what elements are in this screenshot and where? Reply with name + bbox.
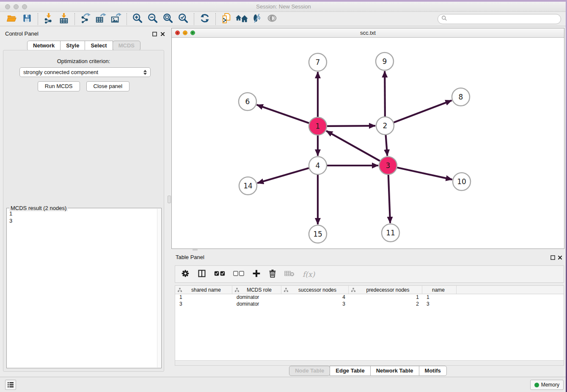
node-label-10: 10 (457, 177, 466, 186)
export-table-button[interactable] (93, 13, 108, 25)
zoom-selected-button[interactable] (176, 13, 191, 25)
edge-2-8[interactable] (394, 100, 452, 122)
homes-icon (235, 13, 248, 25)
control-panel-float-button[interactable] (151, 31, 157, 37)
delete-table-button[interactable] (284, 270, 295, 279)
memory-button[interactable]: Memory (530, 380, 564, 390)
export-image-icon (110, 13, 121, 25)
column-header-shared-name[interactable]: shared name (175, 286, 232, 294)
edge-1-6[interactable] (257, 105, 309, 123)
criterion-value: strongly connected component (23, 69, 143, 75)
column-header-mcds-role[interactable]: MCDS role (232, 286, 281, 294)
network-window-controls: × − + (175, 30, 195, 35)
function-builder-button[interactable]: f(x) (303, 270, 315, 279)
export-network-button[interactable] (78, 13, 93, 25)
tab-style[interactable]: Style (60, 41, 85, 51)
cell-predecessor-nodes: 1 (349, 294, 422, 301)
network-minimize-button[interactable]: − (183, 30, 187, 35)
table-empty-area (175, 308, 564, 360)
control-panel-title: Control Panel (5, 30, 39, 37)
node-label-15: 15 (313, 230, 322, 238)
edge-2-9[interactable] (385, 71, 385, 116)
run-mcds-button[interactable]: Run MCDS (38, 81, 80, 91)
control-panel-close-button[interactable] (160, 31, 165, 37)
tab-edge-table[interactable]: Edge Table (330, 366, 370, 376)
list-icon (7, 382, 14, 388)
network-overview-button[interactable] (234, 13, 249, 25)
window-edge-top (0, 0, 567, 2)
tab-motifs[interactable]: Motifs (419, 366, 447, 376)
minimize-window-button[interactable] (14, 4, 19, 9)
node-label-2: 2 (383, 121, 388, 130)
zoom-fit-button[interactable] (160, 13, 176, 25)
table-row[interactable]: 3 dominator 3 2 3 (175, 301, 564, 308)
table-panel-close-button[interactable] (557, 254, 563, 260)
close-window-button[interactable] (5, 4, 10, 9)
control-panel-tabs: Network Style Select MCDS (0, 41, 168, 51)
delete-row-button[interactable] (269, 269, 276, 279)
table-panel-float-button[interactable] (550, 254, 556, 260)
column-header-successor-nodes[interactable]: successor nodes (281, 286, 349, 294)
table-header-row: shared name MCDS role successor nodes pr… (175, 286, 564, 294)
select-all-button[interactable] (214, 271, 225, 278)
search-input[interactable] (450, 16, 557, 22)
toolbar-separator (38, 13, 38, 25)
table-settings-button[interactable] (181, 269, 190, 279)
network-canvas[interactable]: 7968124314101511 (172, 38, 564, 248)
zoom-fit-icon (162, 13, 173, 25)
zoom-out-button[interactable] (145, 13, 160, 25)
memory-status-icon (534, 383, 539, 387)
tab-network[interactable]: Network (27, 41, 61, 51)
close-panel-button[interactable]: Close panel (86, 81, 130, 91)
deselect-all-button[interactable] (233, 271, 244, 278)
tab-network-table[interactable]: Network Table (370, 366, 419, 376)
result-scrollbar[interactable] (157, 209, 161, 367)
column-header-predecessor-nodes[interactable]: predecessor nodes (349, 286, 422, 294)
zoom-window-button[interactable] (22, 4, 27, 9)
tab-select[interactable]: Select (85, 41, 113, 51)
network-close-button[interactable]: × (175, 30, 180, 35)
tab-mcds[interactable]: MCDS (113, 41, 140, 51)
search-field[interactable] (438, 14, 561, 24)
task-history-button[interactable] (5, 380, 16, 390)
mcds-result-line: 3 (9, 217, 159, 224)
zoom-in-icon (132, 13, 143, 25)
horizontal-splitter-handle[interactable] (193, 249, 198, 251)
column-header-name[interactable]: name (422, 286, 457, 294)
import-network-button[interactable] (41, 13, 56, 25)
save-session-button[interactable] (19, 13, 35, 25)
edge-4-14[interactable] (257, 168, 309, 183)
open-folder-icon (6, 13, 17, 25)
refresh-network-button[interactable] (197, 13, 212, 25)
add-row-button[interactable] (252, 269, 261, 279)
edge-3-10[interactable] (397, 168, 452, 179)
tab-node-table[interactable]: Node Table (289, 366, 330, 376)
vertical-splitter-handle[interactable] (168, 196, 171, 203)
show-graphics-details-button[interactable] (249, 13, 264, 25)
criterion-dropdown[interactable]: strongly connected component (19, 67, 151, 77)
duplicate-network-button[interactable] (219, 13, 234, 25)
import-table-button[interactable] (56, 13, 72, 25)
edge-1-2[interactable] (327, 126, 375, 126)
export-image-button[interactable] (108, 13, 124, 25)
show-columns-button[interactable] (198, 269, 206, 279)
cell-successor-nodes: 4 (281, 294, 349, 301)
node-label-14: 14 (243, 182, 253, 190)
zoom-in-button[interactable] (130, 13, 145, 25)
mcds-result-title: MCDS result (2 nodes) (9, 205, 68, 211)
node-label-1: 1 (316, 122, 320, 130)
toggle-visibility-button[interactable] (264, 13, 280, 25)
edge-2-3[interactable] (386, 135, 388, 156)
cell-mcds-role: dominator (232, 294, 281, 301)
open-session-button[interactable] (4, 13, 19, 25)
network-graph: 7968124314101511 (172, 38, 564, 248)
network-maximize-button[interactable]: + (190, 30, 195, 35)
node-label-9: 9 (383, 57, 387, 66)
network-window-titlebar[interactable]: × − + scc.txt (172, 28, 564, 38)
status-bar: Memory (0, 377, 567, 392)
edge-3-1[interactable] (326, 131, 380, 161)
edge-3-11[interactable] (388, 175, 390, 223)
table-row[interactable]: 1 dominator 4 1 1 (175, 294, 564, 301)
table-toolbar: f(x) (175, 265, 564, 283)
table-horizontal-scrollbar[interactable] (175, 360, 564, 365)
